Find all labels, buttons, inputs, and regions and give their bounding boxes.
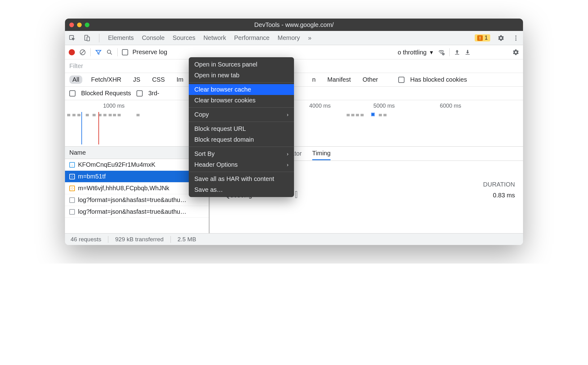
- request-row[interactable]: ◇m=bm51tf: [65, 171, 209, 182]
- queueing-value: 0.83 ms: [478, 192, 515, 199]
- main-split: Name ↓KFOmCnqEu92Fr1Mu4mxK ◇m=bm51tf ◇m=…: [65, 147, 523, 233]
- download-har-icon[interactable]: [465, 49, 471, 55]
- menu-item[interactable]: Save as…: [189, 184, 294, 195]
- menu-divider: [189, 107, 294, 108]
- network-conditions-icon[interactable]: [438, 49, 445, 56]
- throttling-label[interactable]: o throttling ▾: [398, 49, 433, 56]
- issues-count: 1: [485, 35, 488, 41]
- device-toggle-icon[interactable]: [83, 34, 91, 42]
- menu-item[interactable]: Save all as HAR with content: [189, 174, 294, 184]
- third-party-checkbox[interactable]: [136, 90, 143, 97]
- filter-type-partial-n[interactable]: n: [309, 75, 319, 84]
- context-menu[interactable]: Open in Sources panelOpen in new tabClea…: [189, 57, 294, 197]
- request-row[interactable]: log?format=json&hasfast=true&authu…: [65, 206, 209, 218]
- request-row[interactable]: log?format=json&hasfast=true&authu…: [65, 194, 209, 206]
- filter-type-all[interactable]: All: [69, 75, 82, 84]
- tab-sources[interactable]: Sources: [172, 32, 196, 44]
- filter-type-js[interactable]: JS: [130, 75, 143, 84]
- request-row[interactable]: ↓KFOmCnqEu92Fr1Mu4mxK: [65, 159, 209, 171]
- status-resources: 2.5 MB: [178, 236, 196, 243]
- kebab-menu-icon[interactable]: [512, 34, 520, 42]
- filter-type-other[interactable]: Other: [359, 75, 381, 84]
- preserve-log-label: Preserve log: [132, 49, 167, 56]
- menu-item[interactable]: Open in Sources panel: [189, 59, 294, 70]
- requests-panel: Name ↓KFOmCnqEu92Fr1Mu4mxK ◇m=bm51tf ◇m=…: [65, 147, 210, 233]
- minimize-window-icon[interactable]: [77, 23, 82, 27]
- svg-point-5: [515, 39, 517, 41]
- svg-rect-9: [455, 54, 459, 54]
- separator-icon: [99, 34, 99, 42]
- menu-item[interactable]: Copy›: [189, 109, 294, 120]
- menu-item[interactable]: Block request URL: [189, 123, 294, 134]
- filter-type-css[interactable]: CSS: [149, 75, 168, 84]
- record-icon[interactable]: [69, 49, 75, 55]
- filter-extra-row: Blocked Requests 3rd-: [65, 87, 523, 100]
- menu-item[interactable]: Clear browser cookies: [189, 95, 294, 106]
- status-bar: 46 requests 929 kB transferred 2.5 MB: [65, 233, 523, 245]
- timeline-load-marker: [98, 112, 99, 144]
- maximize-window-icon[interactable]: [85, 23, 89, 27]
- clear-icon[interactable]: [79, 49, 86, 56]
- blocked-requests-checkbox[interactable]: [69, 90, 76, 97]
- traffic-lights: [69, 23, 89, 27]
- devtools-window: DevTools - www.google.com/ Elements Cons…: [65, 19, 523, 245]
- issues-badge[interactable]: ! 1: [475, 34, 490, 41]
- filter-type-fetch[interactable]: Fetch/XHR: [88, 75, 124, 84]
- preserve-log-checkbox[interactable]: [122, 49, 128, 55]
- network-settings-gear-icon[interactable]: [512, 49, 519, 56]
- svg-point-7: [107, 50, 111, 53]
- menu-item[interactable]: Clear browser cache: [189, 84, 294, 95]
- titlebar: DevTools - www.google.com/: [65, 19, 523, 31]
- svg-point-4: [515, 37, 517, 39]
- svg-rect-2: [87, 37, 89, 41]
- chevron-right-icon: ›: [287, 151, 288, 157]
- duration-header: DURATION: [483, 181, 515, 188]
- tabs-more-icon[interactable]: »: [307, 32, 312, 44]
- filter-input-row: Filter: [65, 59, 523, 73]
- blocked-cookies-label: Has blocked cookies: [410, 76, 467, 83]
- menu-divider: [189, 147, 294, 147]
- tab-console[interactable]: Console: [141, 32, 165, 44]
- menu-item[interactable]: Block request domain: [189, 134, 294, 145]
- tab-elements[interactable]: Elements: [107, 32, 134, 44]
- timeline-selection-marker[interactable]: [371, 113, 375, 116]
- request-row[interactable]: ◇m=Wt6vjf,hhhU8,FCpbqb,WhJNk: [65, 182, 209, 194]
- status-transferred: 929 kB transferred: [115, 236, 163, 243]
- third-party-label: 3rd-: [148, 90, 159, 97]
- requests-header-name[interactable]: Name: [65, 147, 209, 159]
- blocked-cookies-checkbox[interactable]: [398, 77, 404, 83]
- timeline-tick: 6000 ms: [440, 103, 461, 109]
- timeline-bars: [65, 114, 523, 117]
- status-requests: 46 requests: [71, 236, 101, 243]
- menu-item[interactable]: Open in new tab: [189, 70, 294, 81]
- menu-divider: [189, 122, 294, 122]
- filter-type-manifest[interactable]: Manifest: [324, 75, 354, 84]
- upload-har-icon[interactable]: [454, 49, 460, 55]
- requests-list: ↓KFOmCnqEu92Fr1Mu4mxK ◇m=bm51tf ◇m=Wt6vj…: [65, 159, 209, 233]
- panel-tabs: Elements Console Sources Network Perform…: [65, 31, 523, 45]
- tab-performance[interactable]: Performance: [234, 32, 270, 44]
- timeline-tick: 5000 ms: [374, 103, 395, 109]
- tab-network[interactable]: Network: [203, 32, 227, 44]
- menu-divider: [189, 172, 294, 172]
- search-icon[interactable]: [106, 49, 113, 56]
- filter-types-row: All Fetch/XHR JS CSS Im n Manifest Other…: [65, 73, 523, 87]
- timeline-domcontent-marker: [81, 112, 82, 144]
- menu-item[interactable]: Sort By›: [189, 148, 294, 159]
- filter-icon[interactable]: [95, 49, 102, 56]
- chevron-right-icon: ›: [287, 112, 288, 118]
- timeline-tick: 4000 ms: [309, 103, 331, 109]
- menu-item[interactable]: Header Options›: [189, 159, 294, 170]
- settings-gear-icon[interactable]: [497, 34, 505, 42]
- blocked-requests-label: Blocked Requests: [81, 90, 131, 97]
- tab-memory[interactable]: Memory: [277, 32, 300, 44]
- filter-input[interactable]: Filter: [69, 62, 83, 70]
- filter-type-img[interactable]: Im: [174, 75, 187, 84]
- svg-point-3: [515, 35, 517, 36]
- timeline-overview[interactable]: 1000 ms 4000 ms 5000 ms 6000 ms: [65, 100, 523, 147]
- tab-timing[interactable]: Timing: [312, 147, 331, 160]
- inspect-icon[interactable]: [68, 34, 76, 42]
- close-window-icon[interactable]: [69, 23, 74, 27]
- timeline-tick: 1000 ms: [103, 103, 124, 109]
- chevron-right-icon: ›: [287, 162, 288, 168]
